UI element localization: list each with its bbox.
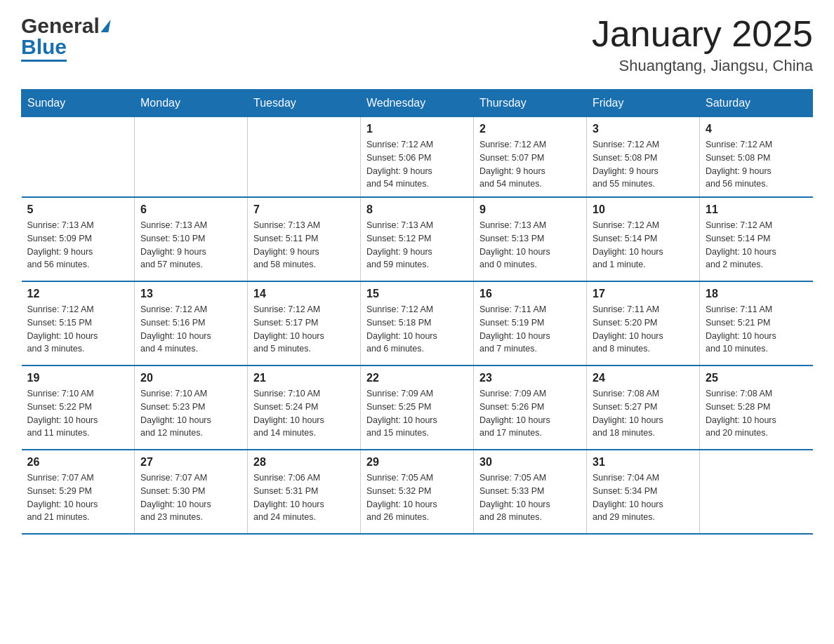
day-number: 29 (366, 456, 468, 469)
calendar-cell: 18Sunrise: 7:11 AM Sunset: 5:21 PM Dayli… (700, 281, 813, 365)
day-info: Sunrise: 7:12 AM Sunset: 5:06 PM Dayligh… (366, 138, 468, 191)
day-info: Sunrise: 7:13 AM Sunset: 5:11 PM Dayligh… (253, 219, 355, 271)
calendar-cell: 2Sunrise: 7:12 AM Sunset: 5:07 PM Daylig… (474, 117, 587, 198)
logo: General Blue (21, 14, 110, 62)
calendar-cell: 13Sunrise: 7:12 AM Sunset: 5:16 PM Dayli… (135, 281, 248, 365)
calendar-cell (22, 117, 135, 198)
day-info: Sunrise: 7:10 AM Sunset: 5:22 PM Dayligh… (27, 387, 129, 440)
logo-triangle-icon (100, 20, 110, 32)
col-header-sunday: Sunday (22, 90, 135, 117)
day-number: 9 (479, 203, 581, 216)
calendar-cell (135, 117, 248, 198)
day-info: Sunrise: 7:13 AM Sunset: 5:13 PM Dayligh… (479, 219, 581, 271)
calendar-cell: 10Sunrise: 7:12 AM Sunset: 5:14 PM Dayli… (587, 197, 700, 281)
day-number: 20 (140, 372, 241, 384)
day-number: 25 (706, 372, 807, 384)
day-number: 5 (27, 203, 129, 216)
location-subtitle: Shuangtang, Jiangsu, China (592, 57, 813, 75)
title-section: January 2025 Shuangtang, Jiangsu, China (592, 14, 813, 75)
calendar-week-row: 19Sunrise: 7:10 AM Sunset: 5:22 PM Dayli… (22, 365, 813, 450)
calendar-cell: 16Sunrise: 7:11 AM Sunset: 5:19 PM Dayli… (474, 281, 587, 365)
day-number: 10 (593, 203, 694, 216)
day-number: 13 (140, 288, 241, 300)
calendar-cell: 23Sunrise: 7:09 AM Sunset: 5:26 PM Dayli… (474, 365, 587, 450)
day-number: 6 (140, 203, 241, 216)
day-info: Sunrise: 7:13 AM Sunset: 5:12 PM Dayligh… (366, 219, 468, 271)
calendar-week-row: 5Sunrise: 7:13 AM Sunset: 5:09 PM Daylig… (22, 197, 813, 281)
col-header-thursday: Thursday (474, 90, 587, 117)
calendar-cell: 14Sunrise: 7:12 AM Sunset: 5:17 PM Dayli… (248, 281, 361, 365)
day-info: Sunrise: 7:07 AM Sunset: 5:30 PM Dayligh… (140, 471, 241, 524)
calendar-cell: 5Sunrise: 7:13 AM Sunset: 5:09 PM Daylig… (22, 197, 135, 281)
calendar-header-row: SundayMondayTuesdayWednesdayThursdayFrid… (22, 90, 813, 117)
col-header-friday: Friday (587, 90, 700, 117)
calendar-cell: 12Sunrise: 7:12 AM Sunset: 5:15 PM Dayli… (22, 281, 135, 365)
calendar-cell: 27Sunrise: 7:07 AM Sunset: 5:30 PM Dayli… (135, 450, 248, 534)
day-info: Sunrise: 7:13 AM Sunset: 5:09 PM Dayligh… (27, 219, 129, 271)
day-info: Sunrise: 7:11 AM Sunset: 5:20 PM Dayligh… (593, 303, 694, 356)
day-info: Sunrise: 7:12 AM Sunset: 5:08 PM Dayligh… (593, 138, 694, 191)
day-number: 3 (593, 123, 694, 135)
day-info: Sunrise: 7:12 AM Sunset: 5:14 PM Dayligh… (593, 219, 694, 271)
page-header: General Blue January 2025 Shuangtang, Ji… (21, 14, 813, 75)
calendar-cell: 6Sunrise: 7:13 AM Sunset: 5:10 PM Daylig… (135, 197, 248, 281)
calendar-cell: 15Sunrise: 7:12 AM Sunset: 5:18 PM Dayli… (361, 281, 474, 365)
calendar-cell: 28Sunrise: 7:06 AM Sunset: 5:31 PM Dayli… (248, 450, 361, 534)
day-info: Sunrise: 7:04 AM Sunset: 5:34 PM Dayligh… (593, 471, 694, 524)
calendar-cell: 8Sunrise: 7:13 AM Sunset: 5:12 PM Daylig… (361, 197, 474, 281)
day-info: Sunrise: 7:13 AM Sunset: 5:10 PM Dayligh… (140, 219, 241, 271)
day-number: 11 (706, 203, 807, 216)
day-info: Sunrise: 7:11 AM Sunset: 5:21 PM Dayligh… (706, 303, 807, 356)
day-number: 26 (27, 456, 129, 469)
day-number: 27 (140, 456, 241, 469)
calendar-cell (248, 117, 361, 198)
calendar-cell: 30Sunrise: 7:05 AM Sunset: 5:33 PM Dayli… (474, 450, 587, 534)
calendar-cell: 3Sunrise: 7:12 AM Sunset: 5:08 PM Daylig… (587, 117, 700, 198)
day-number: 4 (706, 123, 807, 135)
day-info: Sunrise: 7:07 AM Sunset: 5:29 PM Dayligh… (27, 471, 129, 524)
day-number: 30 (479, 456, 581, 469)
day-number: 28 (253, 456, 355, 469)
calendar-cell: 26Sunrise: 7:07 AM Sunset: 5:29 PM Dayli… (22, 450, 135, 534)
day-info: Sunrise: 7:12 AM Sunset: 5:08 PM Dayligh… (706, 138, 807, 191)
day-number: 21 (253, 372, 355, 384)
day-info: Sunrise: 7:12 AM Sunset: 5:07 PM Dayligh… (479, 138, 581, 191)
calendar-cell: 7Sunrise: 7:13 AM Sunset: 5:11 PM Daylig… (248, 197, 361, 281)
day-info: Sunrise: 7:09 AM Sunset: 5:25 PM Dayligh… (366, 387, 468, 440)
day-number: 31 (593, 456, 694, 469)
calendar-cell: 21Sunrise: 7:10 AM Sunset: 5:24 PM Dayli… (248, 365, 361, 450)
calendar-cell: 17Sunrise: 7:11 AM Sunset: 5:20 PM Dayli… (587, 281, 700, 365)
day-number: 16 (479, 288, 581, 300)
day-number: 22 (366, 372, 468, 384)
logo-general-text: General (21, 14, 100, 38)
day-info: Sunrise: 7:05 AM Sunset: 5:32 PM Dayligh… (366, 471, 468, 524)
day-info: Sunrise: 7:12 AM Sunset: 5:17 PM Dayligh… (253, 303, 355, 356)
calendar-cell: 24Sunrise: 7:08 AM Sunset: 5:27 PM Dayli… (587, 365, 700, 450)
col-header-saturday: Saturday (700, 90, 813, 117)
day-info: Sunrise: 7:05 AM Sunset: 5:33 PM Dayligh… (479, 471, 581, 524)
month-title: January 2025 (592, 14, 813, 54)
day-number: 18 (706, 288, 807, 300)
day-info: Sunrise: 7:12 AM Sunset: 5:16 PM Dayligh… (140, 303, 241, 356)
calendar-cell: 19Sunrise: 7:10 AM Sunset: 5:22 PM Dayli… (22, 365, 135, 450)
calendar-cell: 20Sunrise: 7:10 AM Sunset: 5:23 PM Dayli… (135, 365, 248, 450)
day-info: Sunrise: 7:06 AM Sunset: 5:31 PM Dayligh… (253, 471, 355, 524)
day-number: 1 (366, 123, 468, 135)
calendar-week-row: 1Sunrise: 7:12 AM Sunset: 5:06 PM Daylig… (22, 117, 813, 198)
calendar-cell: 25Sunrise: 7:08 AM Sunset: 5:28 PM Dayli… (700, 365, 813, 450)
day-info: Sunrise: 7:12 AM Sunset: 5:18 PM Dayligh… (366, 303, 468, 356)
col-header-wednesday: Wednesday (361, 90, 474, 117)
day-info: Sunrise: 7:12 AM Sunset: 5:15 PM Dayligh… (27, 303, 129, 356)
day-info: Sunrise: 7:09 AM Sunset: 5:26 PM Dayligh… (479, 387, 581, 440)
day-number: 24 (593, 372, 694, 384)
day-info: Sunrise: 7:10 AM Sunset: 5:24 PM Dayligh… (253, 387, 355, 440)
day-number: 14 (253, 288, 355, 300)
day-info: Sunrise: 7:08 AM Sunset: 5:27 PM Dayligh… (593, 387, 694, 440)
day-info: Sunrise: 7:10 AM Sunset: 5:23 PM Dayligh… (140, 387, 241, 440)
calendar-cell: 4Sunrise: 7:12 AM Sunset: 5:08 PM Daylig… (700, 117, 813, 198)
col-header-tuesday: Tuesday (248, 90, 361, 117)
day-info: Sunrise: 7:08 AM Sunset: 5:28 PM Dayligh… (706, 387, 807, 440)
calendar-cell: 11Sunrise: 7:12 AM Sunset: 5:14 PM Dayli… (700, 197, 813, 281)
calendar-cell: 22Sunrise: 7:09 AM Sunset: 5:25 PM Dayli… (361, 365, 474, 450)
calendar-cell: 1Sunrise: 7:12 AM Sunset: 5:06 PM Daylig… (361, 117, 474, 198)
